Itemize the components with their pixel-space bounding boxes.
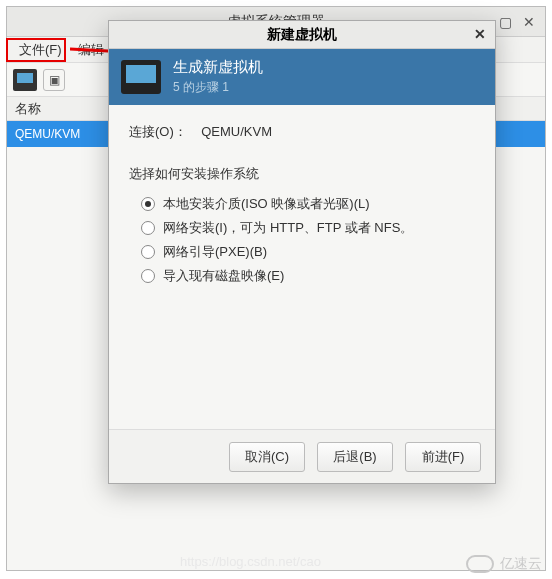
radio-icon [141,197,155,211]
menu-file[interactable]: 文件(F) [11,38,70,62]
dialog-body: 连接(O)： QEMU/KVM 选择如何安装操作系统 本地安装介质(ISO 映像… [109,105,495,429]
connection-field-value: QEMU/KVM [201,124,272,139]
dialog-header-text: 生成新虚拟机 5 的步骤 1 [173,58,263,96]
back-button[interactable]: 后退(B) [317,442,393,472]
option-label: 本地安装介质(ISO 映像或者光驱)(L) [163,195,370,213]
cancel-button[interactable]: 取消(C) [229,442,305,472]
connection-field-label: 连接(O)： [129,124,187,139]
dialog-title: 新建虚拟机 [267,26,337,44]
option-label: 导入现有磁盘映像(E) [163,267,284,285]
menu-edit[interactable]: 编辑 [70,38,112,62]
cloud-icon [466,555,494,573]
option-network-install[interactable]: 网络安装(I)，可为 HTTP、FTP 或者 NFS。 [141,219,475,237]
dialog-header: 生成新虚拟机 5 的步骤 1 [109,49,495,105]
watermark: 亿速云 [466,555,542,573]
radio-icon [141,221,155,235]
close-button[interactable]: ✕ [517,10,541,34]
connection-row: 连接(O)： QEMU/KVM [129,123,475,141]
forward-button[interactable]: 前进(F) [405,442,481,472]
dialog-close-button[interactable]: ✕ [471,25,489,43]
option-label: 网络安装(I)，可为 HTTP、FTP 或者 NFS。 [163,219,413,237]
new-vm-dialog: 新建虚拟机 ✕ 生成新虚拟机 5 的步骤 1 连接(O)： QEMU/KVM 选… [108,20,496,484]
open-vm-button[interactable]: ▣ [43,69,65,91]
option-import-disk[interactable]: 导入现有磁盘映像(E) [141,267,475,285]
watermark-text: 亿速云 [500,555,542,573]
vm-icon [121,60,161,94]
connection-label: QEMU/KVM [15,127,80,141]
install-prompt: 选择如何安装操作系统 [129,165,475,183]
maximize-button[interactable]: ▢ [493,10,517,34]
radio-icon [141,269,155,283]
new-vm-icon[interactable] [13,69,37,91]
dialog-footer: 取消(C) 后退(B) 前进(F) [109,429,495,483]
dialog-titlebar: 新建虚拟机 ✕ [109,21,495,49]
dialog-header-title: 生成新虚拟机 [173,58,263,77]
option-local-media[interactable]: 本地安装介质(ISO 映像或者光驱)(L) [141,195,475,213]
dialog-step-label: 5 的步骤 1 [173,79,263,96]
install-method-group: 本地安装介质(ISO 映像或者光驱)(L) 网络安装(I)，可为 HTTP、FT… [129,195,475,285]
option-label: 网络引导(PXE)(B) [163,243,267,261]
option-pxe-boot[interactable]: 网络引导(PXE)(B) [141,243,475,261]
radio-icon [141,245,155,259]
csdn-watermark: https://blog.csdn.net/cao [180,554,321,569]
